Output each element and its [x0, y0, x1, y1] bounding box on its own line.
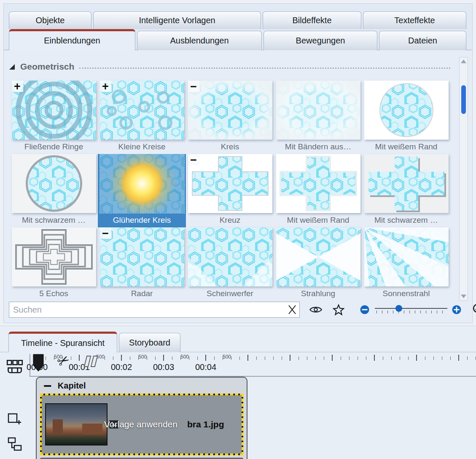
- effect-item[interactable]: − Radar: [98, 227, 186, 301]
- effect-item[interactable]: Strahlung: [274, 227, 362, 301]
- tab-label: Bildeffekte: [292, 16, 331, 25]
- zoom-slider-handle[interactable]: [395, 305, 402, 312]
- effect-thumbnail[interactable]: [276, 154, 360, 213]
- tab-storyboard[interactable]: Storyboard: [119, 333, 180, 352]
- tab-label: Dateien: [408, 36, 437, 46]
- effect-art-small-circles: [100, 81, 184, 140]
- eye-preview-icon[interactable]: [309, 305, 323, 314]
- effect-thumbnail[interactable]: +: [100, 81, 184, 140]
- search-input[interactable]: [9, 302, 300, 318]
- zoom-slider-track[interactable]: [375, 308, 447, 309]
- effect-item[interactable]: + Kleine Kreise: [98, 81, 186, 154]
- effect-label: Fließende Ringe: [10, 140, 98, 154]
- razor-tool-button[interactable]: [5, 358, 24, 377]
- effect-item[interactable]: + Fließende Ringe: [10, 81, 98, 154]
- effect-thumbnail[interactable]: [188, 227, 272, 286]
- tab-timeline-spuransicht[interactable]: Timeline - Spuransicht: [8, 332, 117, 352]
- effect-thumbnail[interactable]: +: [12, 81, 96, 140]
- effect-item[interactable]: Mit schwarzem …: [362, 154, 450, 227]
- effect-thumbnail[interactable]: [276, 81, 360, 140]
- effect-item[interactable]: Mit Bändern aus…: [274, 81, 362, 154]
- section-header-geometrisch[interactable]: Geometrisch: [9, 59, 450, 74]
- effect-art-cross: [188, 154, 272, 213]
- effect-art-cross-black: [364, 154, 449, 213]
- ruler-interval-label: 500: [223, 354, 231, 360]
- effect-item[interactable]: Glühender Kreis: [98, 154, 186, 227]
- effect-item[interactable]: − Kreis: [186, 81, 274, 154]
- effect-label: Mit schwarzem …: [10, 213, 98, 227]
- ruler-time-label: 00:03: [153, 362, 174, 372]
- tab-label: Einblendungen: [44, 36, 100, 46]
- effect-art-bands: [276, 81, 360, 140]
- tab-intelligente-vorlagen[interactable]: Intelligente Vorlagen: [93, 11, 261, 29]
- effect-art-rings: [12, 81, 96, 140]
- favorite-star-icon[interactable]: [333, 304, 344, 316]
- search-row: [9, 301, 468, 319]
- variant-badge[interactable]: −: [188, 154, 199, 165]
- tab-objekte[interactable]: Objekte: [9, 11, 91, 29]
- effect-label: Kreuz: [186, 213, 274, 227]
- effect-item[interactable]: 5 Echos: [10, 227, 98, 301]
- tab-einblendungen[interactable]: Einblendungen: [9, 29, 135, 50]
- zoom-out-icon[interactable]: [360, 305, 370, 315]
- trim-markers[interactable]: [85, 356, 97, 367]
- scroll-up-arrow[interactable]: [461, 59, 466, 63]
- effect-art-echos: [12, 227, 96, 286]
- tab-dateien[interactable]: Dateien: [379, 31, 466, 50]
- scrollbar-thumb[interactable]: [461, 85, 466, 114]
- app-root: Objekte Intelligente Vorlagen Bildeffekt…: [0, 0, 476, 459]
- tab-texteffekte[interactable]: Texteffekte: [363, 11, 466, 29]
- effect-item[interactable]: Mit weißem Rand: [362, 81, 450, 154]
- scrollbar[interactable]: [459, 57, 468, 301]
- tab-ausblendungen[interactable]: Ausblendungen: [137, 31, 262, 50]
- effect-thumbnail[interactable]: [364, 154, 449, 213]
- ruler-time-label: 00:02: [111, 362, 132, 372]
- effect-item[interactable]: Sonnenstrahl: [362, 227, 450, 301]
- tab-label: Ausblendungen: [170, 36, 229, 46]
- effect-thumbnail[interactable]: −: [188, 154, 272, 213]
- playhead[interactable]: [33, 354, 44, 372]
- effect-thumbnail[interactable]: [12, 227, 96, 286]
- effect-item[interactable]: Mit weißem Rand: [274, 154, 362, 227]
- zoom-slider-ticks: [376, 310, 446, 313]
- effect-label: 5 Echos: [10, 287, 98, 300]
- effect-item[interactable]: Mit schwarzem …: [10, 154, 98, 227]
- effect-item[interactable]: Scheinwerfer: [186, 227, 274, 301]
- effect-thumbnail[interactable]: [12, 154, 96, 213]
- effect-label: Mit Bändern aus…: [274, 140, 362, 154]
- effect-label: Scheinwerfer: [186, 287, 274, 300]
- effect-thumbnail[interactable]: [364, 227, 449, 286]
- clip-filename: bra 1.jpg: [187, 419, 224, 429]
- effect-thumbnail[interactable]: [276, 227, 360, 286]
- variant-badge[interactable]: −: [100, 227, 111, 239]
- insert-gap-button[interactable]: [5, 456, 24, 459]
- timeline-ruler[interactable]: 500500500500500 00:0000:0100:0200:0300:0…: [30, 354, 476, 377]
- chapter-track[interactable]: − Kapitel bra 1.jpg Vorlage anwenden: [36, 377, 247, 459]
- variant-badge[interactable]: −: [188, 81, 199, 92]
- chapter-collapse-button[interactable]: −: [43, 381, 52, 390]
- effect-thumbnail[interactable]: −: [100, 227, 184, 286]
- scroll-down-arrow[interactable]: [461, 294, 466, 298]
- timeline-clip[interactable]: bra 1.jpg Vorlage anwenden: [40, 394, 243, 455]
- zoom-fit-magnifier-icon[interactable]: [472, 302, 476, 317]
- tab-bildeffekte[interactable]: Bildeffekte: [263, 11, 361, 29]
- effect-label: Sonnenstrahl: [362, 287, 450, 300]
- insert-object-button[interactable]: [5, 410, 24, 428]
- section-title: Geometrisch: [20, 62, 74, 72]
- zoom-in-icon[interactable]: [452, 305, 462, 315]
- effects-body: Geometrisch + Fließende Ringe + Kleine K…: [4, 50, 472, 323]
- effect-art-sunray: [364, 227, 449, 286]
- zoom-slider[interactable]: [375, 304, 447, 315]
- timeline-tabs: Timeline - Spuransicht Storyboard: [8, 332, 180, 352]
- effect-item[interactable]: − Kreuz: [186, 154, 274, 227]
- tab-bewegungen[interactable]: Bewegungen: [264, 31, 377, 50]
- effect-thumbnail[interactable]: −: [188, 81, 272, 140]
- variant-badge[interactable]: +: [100, 81, 111, 92]
- effect-thumbnail[interactable]: [364, 81, 449, 140]
- effect-thumbnail[interactable]: [100, 154, 184, 213]
- variant-badge[interactable]: +: [12, 81, 23, 92]
- tab-label: Intelligente Vorlagen: [139, 16, 215, 25]
- tab-label: Objekte: [36, 16, 65, 25]
- duplicate-object-button[interactable]: [5, 435, 24, 454]
- clear-search-icon[interactable]: [287, 304, 298, 315]
